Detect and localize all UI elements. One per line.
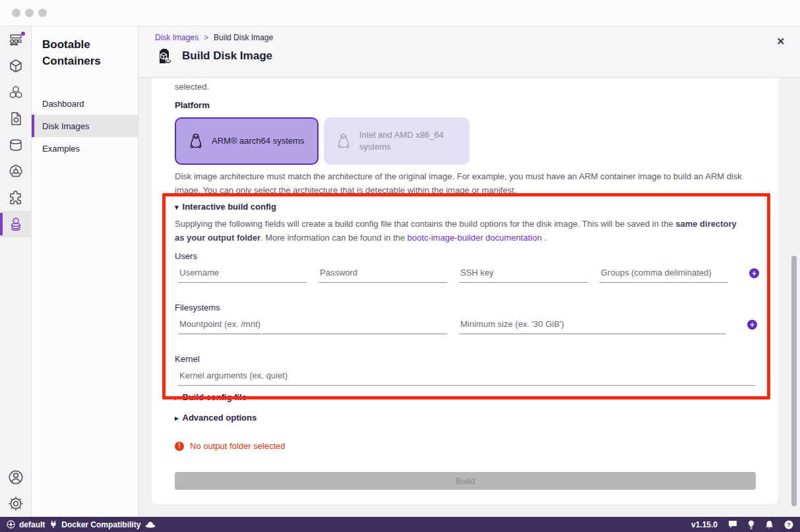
sidebar-title: Bootable Containers bbox=[32, 37, 111, 69]
platform-description: Disk image architecture must match the a… bbox=[175, 170, 750, 197]
rail-item-dashboard[interactable] bbox=[0, 26, 31, 53]
filesystems-field-row: + bbox=[178, 317, 757, 334]
plug-icon bbox=[49, 520, 57, 529]
rail-item-settings[interactable] bbox=[0, 490, 31, 517]
page-content: selected. Platform ARM® aarch64 systems … bbox=[138, 78, 800, 517]
linux-penguin-icon bbox=[188, 133, 204, 150]
scrolled-text-fragment: selected. bbox=[175, 82, 209, 92]
build-button[interactable]: Build bbox=[175, 472, 756, 490]
platform-x86-label: Intel and AMD x86_64 systems bbox=[359, 129, 458, 153]
add-filesystem-button[interactable]: + bbox=[747, 320, 757, 330]
context-selector[interactable]: default bbox=[7, 520, 45, 529]
platform-options: ARM® aarch64 systems Intel and AMD x86_6… bbox=[175, 117, 470, 165]
error-message: No output folder selected bbox=[190, 441, 286, 451]
window-zoom-button[interactable] bbox=[38, 9, 47, 17]
bootable-containers-icon bbox=[8, 216, 24, 232]
lightbulb-icon[interactable] bbox=[748, 520, 754, 529]
kernel-arguments-input[interactable] bbox=[178, 369, 755, 386]
podman-machine-status[interactable] bbox=[145, 521, 156, 528]
close-icon[interactable]: ✕ bbox=[776, 36, 785, 47]
username-input[interactable] bbox=[178, 266, 307, 283]
caret-right-icon: ▸ bbox=[175, 414, 179, 423]
platform-option-x86[interactable]: Intel and AMD x86_64 systems bbox=[324, 117, 470, 165]
rail-item-extensions[interactable] bbox=[0, 185, 31, 211]
page-title: Build Disk Image bbox=[182, 49, 272, 63]
users-field-row: + bbox=[178, 266, 759, 283]
sidebar: Bootable Containers Dashboard Disk Image… bbox=[32, 26, 138, 517]
rail-item-account[interactable] bbox=[0, 464, 31, 490]
kernel-label: Kernel bbox=[175, 354, 200, 364]
platform-arm-label: ARM® aarch64 systems bbox=[212, 135, 304, 147]
account-icon bbox=[7, 469, 24, 486]
context-icon bbox=[7, 520, 15, 529]
breadcrumb-separator: > bbox=[204, 33, 208, 42]
puzzle-icon bbox=[8, 190, 24, 206]
docker-compatibility[interactable]: Docker Compatibility bbox=[49, 520, 140, 529]
image-file-icon bbox=[8, 111, 24, 127]
help-icon[interactable]: ? bbox=[784, 520, 793, 529]
minimum-size-input[interactable] bbox=[459, 317, 726, 334]
window-title-bar bbox=[0, 0, 800, 26]
scrollbar-thumb[interactable] bbox=[791, 256, 797, 506]
add-user-button[interactable]: + bbox=[749, 268, 759, 278]
build-disk-image-icon bbox=[155, 47, 173, 65]
linux-penguin-icon bbox=[336, 133, 352, 150]
status-bar: default Docker Compatibility v1.15.0 ? bbox=[0, 517, 800, 532]
svg-text:?: ? bbox=[787, 521, 791, 528]
app-version: v1.15.0 bbox=[691, 520, 718, 529]
rail-item-pods[interactable] bbox=[0, 79, 31, 105]
error-icon: ! bbox=[175, 442, 184, 451]
navigation-rail bbox=[0, 26, 32, 517]
window-close-button[interactable] bbox=[12, 9, 20, 17]
notifications-bell-icon[interactable] bbox=[765, 520, 774, 529]
notification-dot bbox=[21, 32, 25, 36]
caret-right-icon: ▸ bbox=[175, 394, 179, 402]
interactive-build-config-toggle[interactable]: ▾Interactive build config bbox=[175, 202, 276, 212]
interactive-build-config-description: Supplying the following fields will crea… bbox=[175, 218, 746, 245]
sidebar-nav: Dashboard Disk Images Examples bbox=[32, 92, 138, 160]
sidebar-item-dashboard[interactable]: Dashboard bbox=[32, 92, 138, 115]
bootc-image-builder-doc-link[interactable]: bootc-image-builder documentation bbox=[408, 233, 542, 243]
form-card: selected. Platform ARM® aarch64 systems … bbox=[152, 78, 778, 504]
rail-spacer bbox=[0, 237, 31, 464]
groups-input[interactable] bbox=[600, 266, 728, 283]
window-minimize-button[interactable] bbox=[25, 9, 34, 17]
page-header: Disk Images > Build Disk Image Build Dis… bbox=[138, 26, 800, 78]
kubernetes-icon bbox=[8, 163, 24, 179]
caret-down-icon: ▾ bbox=[175, 203, 179, 212]
ssh-key-input[interactable] bbox=[459, 266, 588, 283]
sidebar-item-disk-images[interactable]: Disk Images bbox=[32, 115, 138, 137]
users-label: Users bbox=[175, 251, 197, 261]
settings-gear-icon bbox=[7, 495, 24, 512]
platform-label: Platform bbox=[175, 100, 210, 110]
rail-item-containers[interactable] bbox=[0, 53, 31, 79]
container-cube-icon bbox=[8, 58, 24, 74]
filesystems-label: Filesystems bbox=[175, 303, 220, 312]
pods-icon bbox=[8, 84, 24, 100]
rail-item-kubernetes[interactable] bbox=[0, 158, 31, 185]
breadcrumb-disk-images[interactable]: Disk Images bbox=[155, 33, 199, 42]
kernel-field-row bbox=[178, 369, 755, 386]
main-area: Disk Images > Build Disk Image Build Dis… bbox=[138, 26, 800, 517]
platform-option-arm[interactable]: ARM® aarch64 systems bbox=[175, 117, 319, 165]
validation-error: ! No output folder selected bbox=[175, 441, 286, 451]
sidebar-item-examples[interactable]: Examples bbox=[32, 137, 138, 160]
password-input[interactable] bbox=[319, 266, 447, 283]
build-config-file-toggle[interactable]: ▸Build config file bbox=[175, 392, 247, 402]
advanced-options-toggle[interactable]: ▸Advanced options bbox=[175, 413, 257, 423]
feedback-icon[interactable] bbox=[728, 520, 737, 529]
mountpoint-input[interactable] bbox=[178, 317, 447, 334]
volume-cylinder-icon bbox=[8, 137, 24, 153]
rail-item-bootable-containers[interactable] bbox=[0, 211, 31, 237]
hat-icon bbox=[145, 521, 156, 528]
breadcrumb-current: Build Disk Image bbox=[214, 33, 273, 42]
rail-item-images[interactable] bbox=[0, 105, 31, 132]
rail-item-volumes[interactable] bbox=[0, 132, 31, 158]
breadcrumb: Disk Images > Build Disk Image bbox=[155, 33, 800, 42]
